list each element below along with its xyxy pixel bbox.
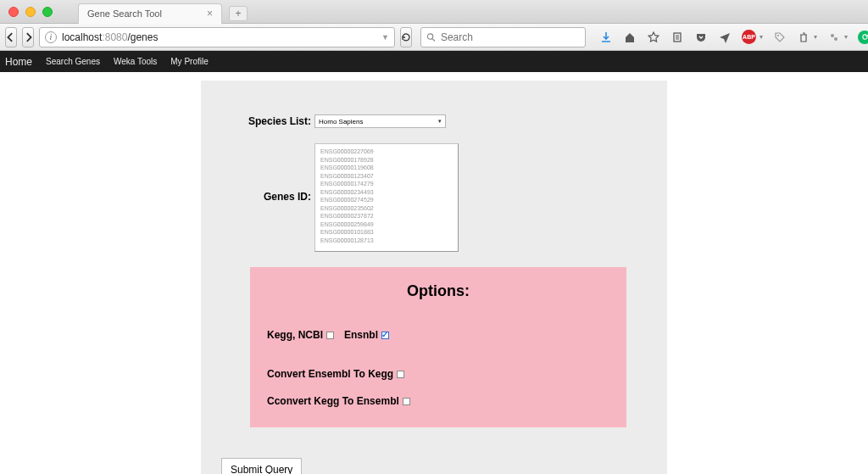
browser-tab[interactable]: Gene Search Tool ×	[78, 3, 222, 24]
zoom-window-button[interactable]	[42, 7, 53, 17]
nav-weka-tools[interactable]: Weka Tools	[114, 57, 157, 66]
search-bar[interactable]	[420, 27, 586, 47]
abp-icon[interactable]: ABP	[742, 30, 756, 44]
site-info-icon[interactable]: i	[45, 31, 57, 43]
home-icon[interactable]	[623, 31, 637, 44]
grammarly-icon[interactable]	[858, 31, 868, 44]
trash-icon[interactable]	[797, 31, 810, 44]
nav-my-profile[interactable]: My Profile	[170, 57, 208, 66]
close-window-button[interactable]	[8, 7, 19, 17]
option-convert-e-to-k: Convert Ensembl To Kegg	[267, 368, 609, 380]
star-icon[interactable]	[647, 31, 660, 44]
reload-icon	[401, 32, 411, 42]
form-container: Species List: Homo Sapiens ▾ Genes ID: O…	[201, 81, 667, 474]
forward-button[interactable]	[22, 27, 34, 47]
url-port: :8080	[102, 31, 127, 43]
dropdown-icon[interactable]: ▾	[760, 33, 763, 41]
dropdown-icon[interactable]: ▾	[814, 33, 817, 41]
species-label: Species List:	[221, 115, 314, 127]
option-convert-e-to-k-label: Convert Ensembl To Kegg	[267, 368, 393, 380]
nav-search-genes[interactable]: Search Genes	[46, 57, 100, 66]
options-panel: Options: Kegg, NCBI Ensnbl Convert Ensem…	[250, 267, 626, 427]
arrow-right-icon	[23, 32, 33, 42]
traffic-lights	[0, 7, 61, 17]
url-bar[interactable]: i localhost:8080/genes ▼	[39, 27, 395, 47]
genes-textarea[interactable]	[314, 143, 459, 252]
back-button[interactable]	[5, 27, 17, 47]
submit-button[interactable]: Submit Query	[221, 458, 302, 474]
dropdown-icon[interactable]: ▾	[844, 33, 848, 41]
options-heading: Options:	[267, 282, 609, 300]
search-input[interactable]	[441, 31, 580, 43]
window-titlebar: Gene Search Tool × +	[0, 0, 868, 24]
send-icon[interactable]	[718, 31, 732, 44]
genes-label: Genes ID:	[221, 143, 314, 203]
species-select[interactable]: Homo Sapiens ▾	[314, 114, 446, 128]
species-value: Homo Sapiens	[319, 118, 363, 125]
url-text: localhost:8080/genes	[62, 31, 158, 43]
browser-toolbar: i localhost:8080/genes ▼ ABP ▾ ▾ ▾	[0, 24, 868, 51]
puzzle-icon[interactable]	[827, 31, 841, 44]
checkbox-convert-k-to-e[interactable]	[403, 398, 410, 405]
tag-icon[interactable]	[773, 31, 787, 44]
search-icon	[426, 32, 436, 42]
page-content: Species List: Homo Sapiens ▾ Genes ID: O…	[0, 72, 868, 474]
new-tab-button[interactable]: +	[229, 6, 248, 21]
url-dropdown-icon[interactable]: ▼	[381, 33, 389, 42]
tab-strip: Gene Search Tool × +	[78, 0, 248, 24]
checkbox-ensembl[interactable]	[381, 332, 389, 339]
url-host: localhost	[62, 31, 102, 43]
toolbar-icons: ABP ▾ ▾ ▾	[599, 30, 868, 44]
download-icon[interactable]	[599, 31, 613, 44]
tab-title: Gene Search Tool	[87, 8, 162, 19]
close-tab-icon[interactable]: ×	[207, 8, 213, 20]
clipboard-icon[interactable]	[670, 31, 684, 44]
option-convert-k-to-e: Cconvert Kegg To Ensembl	[267, 395, 609, 407]
species-row: Species List: Homo Sapiens ▾	[221, 114, 647, 128]
svg-point-8	[834, 37, 837, 41]
app-nav: Home Search Genes Weka Tools My Profile	[0, 51, 868, 72]
option-kegg-ncbi-label: Kegg, NCBI	[267, 329, 323, 341]
nav-home[interactable]: Home	[5, 56, 32, 68]
checkbox-convert-e-to-k[interactable]	[397, 371, 404, 378]
svg-point-7	[831, 34, 834, 37]
genes-row: Genes ID:	[221, 143, 647, 252]
svg-line-1	[432, 38, 435, 41]
option-convert-k-to-e-label: Cconvert Kegg To Ensembl	[267, 395, 399, 407]
chevron-down-icon: ▾	[438, 118, 442, 125]
svg-point-0	[427, 33, 432, 38]
option-ensembl-label: Ensnbl	[344, 329, 378, 341]
arrow-left-icon	[6, 32, 16, 42]
url-path: /genes	[127, 31, 158, 43]
minimize-window-button[interactable]	[25, 7, 36, 17]
svg-point-6	[777, 35, 779, 36]
reload-button[interactable]	[400, 27, 412, 47]
pocket-icon[interactable]	[694, 31, 708, 44]
submit-row: Submit Query	[221, 444, 647, 474]
option-kegg-ensembl: Kegg, NCBI Ensnbl	[267, 329, 609, 341]
checkbox-kegg-ncbi[interactable]	[326, 332, 334, 339]
